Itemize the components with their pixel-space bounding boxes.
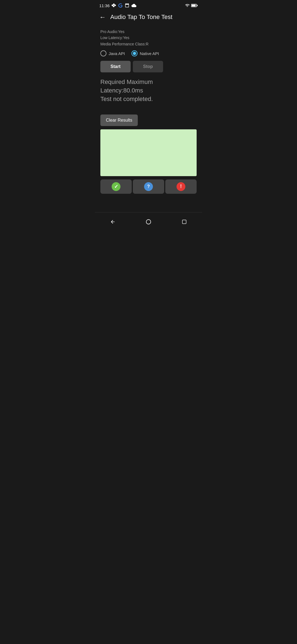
status-line2: Test not completed.: [100, 95, 197, 103]
low-latency-label: Low Latency:Yes: [100, 36, 129, 40]
info-media-perf: Media Performance Class:R: [100, 41, 197, 47]
info-pro-audio: Pro Audio:Yes: [100, 29, 197, 35]
fan-icon: [111, 3, 116, 8]
status-time: 11:36: [99, 3, 110, 8]
stop-button[interactable]: Stop: [133, 61, 163, 72]
start-button[interactable]: Start: [100, 61, 131, 72]
nav-recent-icon: [182, 219, 187, 224]
nav-home-button[interactable]: [142, 216, 155, 228]
nav-home-icon: [145, 219, 152, 225]
cloud-icon: [131, 3, 137, 8]
action-check-button[interactable]: ✓: [100, 179, 132, 194]
svg-rect-1: [192, 5, 196, 7]
action-exclamation-button[interactable]: !: [165, 179, 197, 194]
question-icon: ?: [144, 182, 153, 191]
radio-java-circle[interactable]: [100, 50, 106, 56]
nav-back-icon: [110, 219, 116, 225]
battery-icon: [191, 3, 198, 8]
button-row: Start Stop: [100, 61, 197, 72]
radio-native-api[interactable]: Native API: [131, 50, 159, 56]
app-title: Audio Tap To Tone Test: [110, 13, 172, 21]
status-line1: Required Maximum Latency:80.0ms: [100, 78, 197, 95]
status-left: 11:36: [99, 3, 137, 8]
bottom-actions: ✓ ? !: [100, 179, 197, 194]
check-icon: ✓: [112, 182, 120, 191]
status-text: Required Maximum Latency:80.0ms Test not…: [100, 78, 197, 103]
radio-java-api[interactable]: Java API: [100, 50, 125, 56]
wifi-icon: [185, 3, 190, 8]
svg-rect-4: [182, 220, 186, 224]
clear-results-button[interactable]: Clear Results: [100, 114, 138, 126]
radio-java-label: Java API: [109, 51, 125, 56]
nav-recent-button[interactable]: [178, 216, 190, 228]
nav-bar: [95, 212, 202, 232]
nav-back-button[interactable]: [107, 216, 119, 228]
result-canvas: [100, 129, 197, 176]
exclamation-icon: !: [177, 182, 185, 191]
calendar-icon: [125, 3, 130, 8]
status-bar: 11:36: [95, 0, 202, 10]
radio-group: Java API Native API: [100, 50, 197, 56]
radio-native-label: Native API: [140, 51, 159, 56]
action-question-button[interactable]: ?: [133, 179, 164, 194]
google-icon: [118, 3, 123, 8]
status-right-icons: [185, 3, 198, 8]
media-perf-label: Media Performance Class:R: [100, 42, 148, 46]
svg-point-3: [146, 220, 151, 224]
svg-rect-2: [197, 5, 198, 6]
back-button[interactable]: ←: [99, 13, 106, 21]
pro-audio-label: Pro Audio:Yes: [100, 29, 124, 34]
main-content: Pro Audio:Yes Low Latency:Yes Media Perf…: [95, 24, 202, 212]
app-bar: ← Audio Tap To Tone Test: [95, 10, 202, 24]
radio-native-circle[interactable]: [131, 50, 138, 56]
info-low-latency: Low Latency:Yes: [100, 35, 197, 41]
